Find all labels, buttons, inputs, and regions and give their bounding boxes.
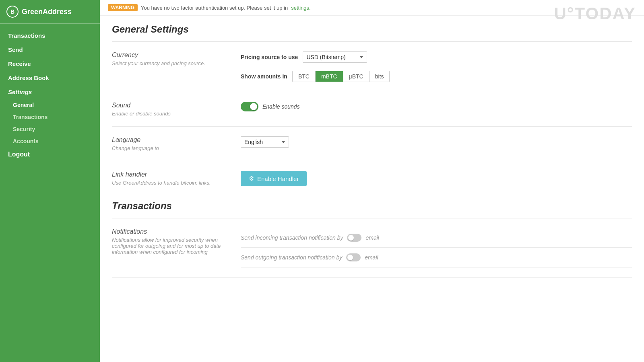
sidebar-item-security[interactable]: Security [0, 123, 100, 135]
amounts-label: Show amounts in [241, 73, 287, 80]
sound-desc: Enable or disable sounds [112, 111, 241, 117]
incoming-notif-suffix: email [365, 234, 379, 241]
sound-toggle-label: Enable sounds [262, 103, 300, 110]
currency-desc: Select your currency and pricing source. [112, 60, 241, 66]
outgoing-notif-suffix: email [365, 254, 378, 261]
main-content: WARNING You have no two factor authentic… [100, 0, 644, 362]
handler-btn-label: Enable Handler [257, 175, 299, 182]
outgoing-notif-row: Send outgoing transaction notification b… [241, 248, 632, 267]
amount-btn-bits[interactable]: bits [369, 71, 390, 82]
link-handler-label-col: Link handler Use GreenAddress to handle … [112, 171, 241, 186]
amount-btn-mbtc[interactable]: mBTC [316, 71, 343, 82]
warning-settings-link[interactable]: settings. [291, 5, 310, 11]
amount-btn-ubtc[interactable]: μBTC [343, 71, 369, 82]
sidebar-item-logout[interactable]: Logout [0, 147, 100, 162]
sound-label-col: Sound Enable or disable sounds [112, 102, 241, 117]
sidebar-item-settings[interactable]: Settings [0, 85, 100, 99]
link-handler-name: Link handler [112, 171, 241, 178]
transactions-section: Transactions Notifications Notifications… [112, 200, 632, 278]
warning-message: You have no two factor authentication se… [141, 5, 288, 11]
incoming-notif-label: Send incoming transaction notification b… [241, 234, 343, 241]
sidebar-item-accounts[interactable]: Accounts [0, 135, 100, 147]
language-select[interactable]: English Español Deutsch Français 日本語 [241, 136, 289, 148]
currency-controls: Pricing source to use USD (Bitstamp) USD… [241, 51, 390, 82]
pricing-source-row: Pricing source to use USD (Bitstamp) USD… [241, 51, 390, 63]
sound-control-col: Enable sounds [241, 102, 632, 111]
notifications-desc: Notifications allow for improved securit… [112, 237, 241, 255]
sidebar-item-address-book[interactable]: Address Book [0, 71, 100, 85]
sidebar-item-transactions[interactable]: Transactions [0, 29, 100, 43]
sidebar-nav: Transactions Send Receive Address Book S… [0, 24, 100, 167]
incoming-notif-toggle[interactable] [347, 234, 361, 242]
handler-btn-icon: ⚙ [249, 175, 254, 182]
language-control-col: English Español Deutsch Français 日本語 [241, 136, 632, 148]
sound-toggle-container: Enable sounds [241, 102, 300, 111]
notifications-setting-row: Notifications Notifications allow for im… [112, 218, 632, 278]
incoming-notif-row: Send incoming transaction notification b… [241, 228, 632, 248]
notifications-label-col: Notifications Notifications allow for im… [112, 228, 241, 255]
currency-label-col: Currency Select your currency and pricin… [112, 51, 241, 66]
language-select-wrap: English Español Deutsch Français 日本語 [241, 136, 289, 148]
sidebar: B GreenAddress Transactions Send Receive… [0, 0, 100, 362]
sidebar-item-receive[interactable]: Receive [0, 57, 100, 71]
warning-bar: WARNING You have no two factor authentic… [100, 0, 644, 16]
amount-row: Show amounts in BTC mBTC μBTC bits [241, 71, 390, 82]
notifications-name: Notifications [112, 228, 241, 235]
link-handler-control-col: ⚙ Enable Handler [241, 171, 632, 186]
link-handler-setting-row: Link handler Use GreenAddress to handle … [112, 161, 632, 196]
logo-text: GreenAddress [22, 8, 72, 16]
warning-badge: WARNING [108, 4, 138, 11]
currency-setting-row: Currency Select your currency and pricin… [112, 42, 632, 92]
currency-name: Currency [112, 51, 241, 59]
sound-setting-row: Sound Enable or disable sounds Enable so… [112, 92, 632, 127]
amount-btn-group: BTC mBTC μBTC bits [292, 71, 390, 82]
notifications-controls: Send incoming transaction notification b… [241, 228, 632, 267]
link-handler-desc: Use GreenAddress to handle bitcoin: link… [112, 180, 241, 186]
sidebar-item-general[interactable]: General [0, 99, 100, 111]
sidebar-item-send[interactable]: Send [0, 43, 100, 57]
content-area: General Settings Currency Select your cu… [100, 16, 644, 286]
language-setting-row: Language Change language to English Espa… [112, 127, 632, 161]
language-label-col: Language Change language to [112, 136, 241, 151]
logo-area: B GreenAddress [0, 0, 100, 24]
currency-control-col: Pricing source to use USD (Bitstamp) USD… [241, 51, 632, 82]
transactions-title: Transactions [112, 200, 632, 212]
notifications-control-col: Send incoming transaction notification b… [241, 228, 632, 267]
general-settings-title: General Settings [112, 24, 632, 35]
pricing-select[interactable]: USD (Bitstamp) USD (Coinbase) EUR (Bitst… [303, 51, 367, 63]
sound-name: Sound [112, 102, 241, 109]
logo-icon: B [6, 6, 19, 18]
outgoing-notif-label: Send outgoing transaction notification b… [241, 254, 342, 261]
sidebar-item-transactions-sub[interactable]: Transactions [0, 111, 100, 123]
enable-handler-button[interactable]: ⚙ Enable Handler [241, 171, 307, 186]
language-name: Language [112, 136, 241, 144]
outgoing-notif-toggle[interactable] [346, 253, 361, 261]
amount-btn-btc[interactable]: BTC [293, 71, 316, 82]
sound-toggle[interactable] [241, 102, 258, 111]
language-desc: Change language to [112, 145, 241, 151]
pricing-label: Pricing source to use [241, 54, 298, 60]
